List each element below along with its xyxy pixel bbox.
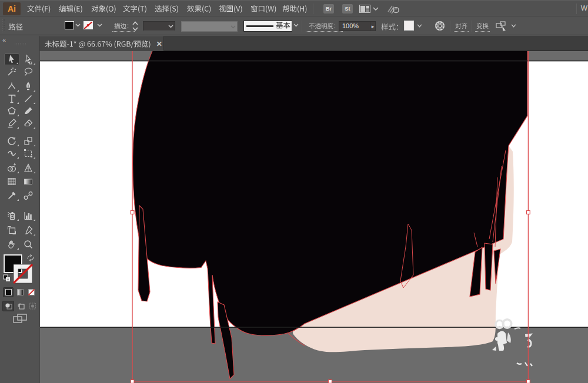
menu-file-label: 文件(F) bbox=[27, 3, 51, 14]
workspace-layout-icon[interactable] bbox=[359, 5, 370, 13]
bridge-button[interactable]: Br bbox=[323, 4, 334, 14]
menu-effect-label: 效果(C) bbox=[187, 3, 211, 14]
fill-color-swatch[interactable] bbox=[65, 21, 74, 29]
style-label-text: 样式： bbox=[381, 21, 403, 32]
none-mode-button[interactable] bbox=[26, 287, 36, 297]
menu-type[interactable]: 文字(T) bbox=[123, 1, 147, 16]
tool-type[interactable] bbox=[4, 93, 19, 105]
recolor-artwork-icon[interactable] bbox=[435, 21, 445, 31]
menu-view[interactable]: 视图(V) bbox=[219, 1, 243, 16]
tool-width[interactable] bbox=[4, 147, 19, 159]
tool-artboard[interactable] bbox=[4, 224, 19, 236]
opacity-input[interactable]: 100% bbox=[339, 21, 370, 31]
artboard-icon bbox=[6, 225, 17, 236]
tool-eyedropper[interactable] bbox=[4, 190, 19, 201]
stroke-stepper[interactable] bbox=[132, 21, 139, 31]
workspace-chevron-icon[interactable] bbox=[373, 7, 379, 11]
tools-panel-grip[interactable] bbox=[14, 42, 26, 45]
touch-workspace-icon[interactable] bbox=[387, 4, 400, 14]
tool-pen[interactable] bbox=[21, 80, 36, 92]
eraser-icon bbox=[23, 118, 34, 129]
draw-inside-button[interactable] bbox=[26, 301, 38, 311]
tool-magic-wand[interactable] bbox=[4, 66, 19, 78]
controlbar-grip[interactable] bbox=[2, 19, 5, 32]
color-mode-button[interactable] bbox=[3, 287, 14, 297]
tool-slice[interactable] bbox=[21, 224, 36, 236]
free-transform-icon bbox=[23, 148, 34, 159]
variable-width-profile-select[interactable] bbox=[181, 21, 238, 32]
stroke-weight-select[interactable] bbox=[143, 21, 175, 31]
tool-eraser[interactable] bbox=[21, 117, 36, 129]
tool-free-transform[interactable] bbox=[21, 147, 36, 159]
tool-paintbrush[interactable] bbox=[21, 105, 36, 117]
tool-column-graph[interactable] bbox=[21, 210, 36, 221]
tab-close-icon[interactable]: ✕ bbox=[156, 41, 162, 47]
fill-chevron-icon[interactable] bbox=[75, 23, 81, 27]
collapse-panel-icon[interactable]: « bbox=[2, 36, 5, 43]
tool-mesh[interactable] bbox=[4, 176, 19, 187]
stroke-weight-label[interactable]: 描边： bbox=[112, 21, 135, 30]
tool-line[interactable] bbox=[21, 93, 36, 105]
tool-lasso[interactable] bbox=[21, 66, 36, 78]
menu-select[interactable]: 选择(S) bbox=[155, 1, 179, 16]
subtool-indicator bbox=[34, 172, 35, 173]
menu-object-label: 对象(O) bbox=[91, 3, 116, 14]
opacity-slider-button[interactable]: ▸ bbox=[370, 21, 376, 31]
opacity-label[interactable]: 不透明度： bbox=[306, 21, 343, 30]
subtool-indicator bbox=[17, 157, 19, 159]
tool-zoom[interactable] bbox=[21, 238, 36, 250]
align-label[interactable]: 对齐 bbox=[454, 21, 469, 30]
stroke-chevron-icon[interactable] bbox=[97, 23, 102, 27]
more-options-chevron-icon[interactable] bbox=[511, 24, 516, 28]
menu-object[interactable]: 对象(O) bbox=[91, 1, 116, 16]
paintbrush-icon bbox=[23, 106, 34, 116]
draw-behind-button[interactable] bbox=[15, 301, 26, 311]
style-swatch[interactable] bbox=[404, 21, 414, 31]
ai-logo[interactable]: Ai bbox=[3, 2, 21, 15]
tool-scale[interactable] bbox=[21, 135, 36, 147]
default-fill-stroke-icon[interactable] bbox=[3, 274, 11, 282]
stock-button[interactable]: St bbox=[342, 4, 353, 14]
tool-shape-builder[interactable] bbox=[4, 162, 19, 174]
transform-label[interactable]: 变换 bbox=[475, 21, 490, 30]
brush-definition-select[interactable]: 基本 bbox=[243, 21, 292, 32]
tool-selection[interactable] bbox=[4, 53, 19, 65]
tool-hand[interactable] bbox=[4, 238, 19, 250]
tool-shaper[interactable] bbox=[4, 117, 19, 129]
tool-direct-selection[interactable] bbox=[21, 53, 36, 65]
direct-selection-icon bbox=[23, 54, 34, 65]
draw-normal-button[interactable] bbox=[2, 301, 14, 311]
tool-shape[interactable] bbox=[4, 105, 19, 117]
menu-effect[interactable]: 效果(C) bbox=[187, 1, 211, 16]
subtool-indicator bbox=[34, 219, 35, 221]
stroke-color-swatch[interactable] bbox=[83, 21, 93, 29]
workspace-name-cut[interactable]: W bbox=[581, 4, 587, 12]
shape-builder-icon bbox=[6, 163, 17, 173]
gradient-mode-button[interactable] bbox=[15, 287, 25, 297]
subtool-indicator bbox=[17, 219, 19, 221]
tool-blend[interactable] bbox=[21, 190, 36, 201]
tool-rotate[interactable] bbox=[4, 135, 19, 147]
menu-window[interactable]: 窗口(W) bbox=[250, 1, 276, 16]
brush-chevron-icon[interactable] bbox=[293, 23, 299, 27]
stroke-color-indicator[interactable] bbox=[13, 264, 33, 284]
draw-normal-icon bbox=[5, 303, 12, 310]
tool-gradient[interactable] bbox=[21, 176, 36, 187]
tool-pen-anchor[interactable] bbox=[4, 80, 19, 92]
subtool-indicator bbox=[16, 62, 18, 64]
pen-anchor-icon bbox=[6, 81, 17, 92]
isolate-selected-object-icon[interactable] bbox=[496, 21, 507, 32]
tool-perspective-grid[interactable] bbox=[21, 162, 36, 174]
screen-mode-button[interactable] bbox=[13, 314, 27, 323]
menu-file[interactable]: 文件(F) bbox=[27, 1, 51, 16]
style-chevron-icon[interactable] bbox=[417, 24, 422, 28]
tool-symbol-sprayer[interactable] bbox=[4, 210, 19, 221]
rotate-icon bbox=[6, 136, 17, 146]
document-tab[interactable]: 未标题-1* @ 66.67% (RGB/预览) ✕ bbox=[39, 36, 164, 51]
menu-edit[interactable]: 编辑(E) bbox=[59, 1, 83, 16]
canvas-viewport[interactable] bbox=[40, 51, 588, 383]
swap-fill-stroke-icon[interactable] bbox=[26, 254, 35, 261]
artboard-top-edge bbox=[40, 61, 588, 61]
shape-icon bbox=[6, 106, 17, 116]
menu-help[interactable]: 帮助(H) bbox=[282, 1, 308, 16]
